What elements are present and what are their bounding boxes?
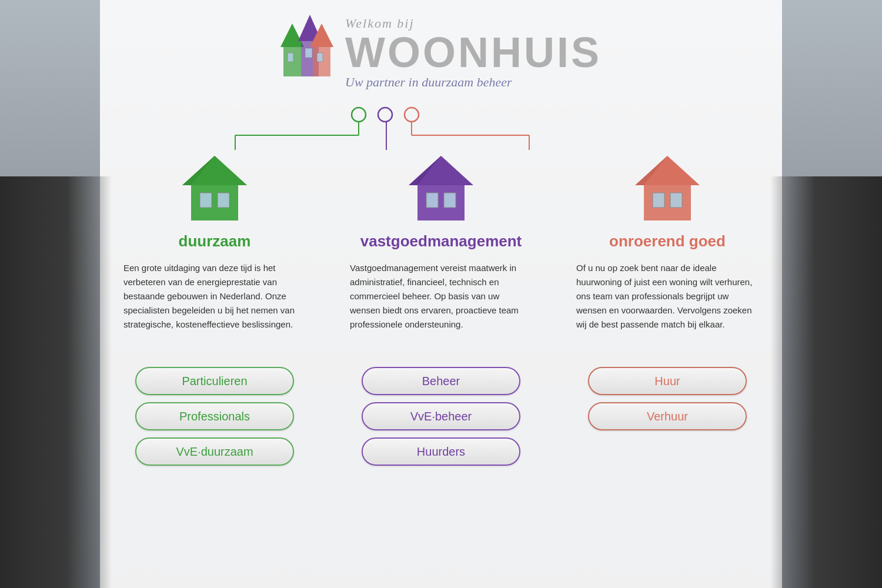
btn-particulieren[interactable]: Particulieren [135,367,294,395]
column-title-duurzaam: duurzaam [179,232,251,250]
svg-rect-6 [305,48,312,58]
btn-group-vastgoedmanagement: Beheer VvE·beheer Huurders [344,367,538,466]
columns: duurzaam Een grote uitdaging van deze ti… [118,153,764,466]
btn-group-onroerend-goed: Huur Verhuur [570,367,764,430]
btn-vve-beheer[interactable]: VvE·beheer [362,402,520,430]
svg-marker-0 [280,24,304,47]
svg-point-14 [405,108,419,122]
header: Welkom bij WOONHUIS Uw partner in duurza… [280,0,602,94]
right-buildings-overlay [770,176,882,588]
btn-beheer[interactable]: Beheer [362,367,520,395]
svg-rect-35 [444,193,456,208]
column-text-duurzaam: Een grote uitdaging van deze tijd is het… [118,261,312,355]
svg-rect-2 [288,53,293,62]
svg-point-12 [352,108,366,122]
column-duurzaam: duurzaam Een grote uitdaging van deze ti… [118,153,312,466]
left-buildings-overlay [0,176,112,588]
main-content: Welkom bij WOONHUIS Uw partner in duurza… [100,0,782,466]
column-title-onroerend-goed: onroerend goed [609,232,726,250]
svg-point-13 [378,108,392,122]
btn-huurders[interactable]: Huurders [362,437,520,466]
svg-rect-10 [317,53,323,62]
house-icon-onroerend-goed [632,153,703,223]
column-vastgoedmanagement: vastgoedmanagement Vastgoedmanagement ve… [344,153,538,466]
svg-rect-32 [417,185,465,220]
column-text-onroerend-goed: Of u nu op zoek bent naar de ideale huur… [570,261,764,355]
column-onroerend-goed: onroerend goed Of u nu op zoek bent naar… [570,153,764,466]
svg-rect-25 [191,185,238,220]
svg-rect-39 [644,185,691,220]
svg-rect-28 [218,193,229,208]
column-title-vastgoedmanagement: vastgoedmanagement [360,232,522,250]
svg-rect-26 [200,193,212,208]
logo-text: Welkom bij WOONHUIS Uw partner in duurza… [345,16,602,90]
btn-group-duurzaam: Particulieren Professionals VvE·duurzaam [118,367,312,466]
tagline: Uw partner in duurzaam beheer [345,75,602,90]
tree-connector [176,106,706,153]
btn-verhuur[interactable]: Verhuur [588,402,747,430]
btn-professionals[interactable]: Professionals [135,402,294,430]
house-icon-vastgoedmanagement [406,153,476,223]
svg-rect-33 [426,193,438,208]
svg-rect-40 [653,193,664,208]
house-icon-duurzaam [179,153,250,223]
woonhuis-title: WOONHUIS [345,31,602,74]
btn-huur[interactable]: Huur [588,367,747,395]
btn-vve-duurzaam[interactable]: VvE·duurzaam [135,437,294,466]
column-text-vastgoedmanagement: Vastgoedmanagement vereist maatwerk in a… [344,261,538,355]
svg-rect-42 [670,193,682,208]
logo-icon [280,12,333,94]
